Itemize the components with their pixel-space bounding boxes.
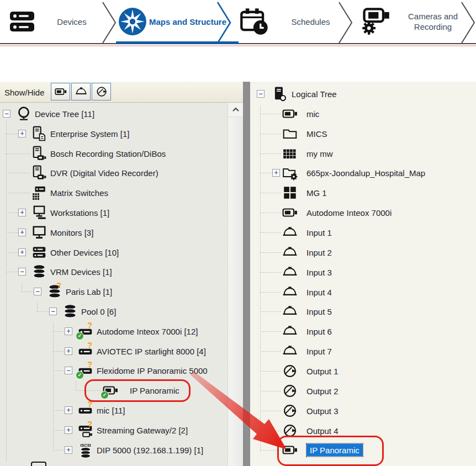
bvms-configuration-window: Devices Maps and Structure Schedules bbox=[0, 0, 476, 466]
tree-connector bbox=[6, 134, 18, 134]
recording-station-icon bbox=[31, 146, 47, 161]
tree-item-dip-5000-192-168-1-199-1[interactable]: +iSCSIDIP 5000 (192.168.1.199) [1] bbox=[0, 440, 228, 460]
tab-devices[interactable]: Devices bbox=[0, 0, 115, 44]
maps-structure-icon bbox=[118, 7, 147, 36]
tree-guide-line bbox=[76, 381, 76, 391]
tree-item-label: Output 2 bbox=[306, 386, 339, 395]
enterprise-system-icon bbox=[31, 126, 47, 141]
tree-item-mg-1[interactable]: MG 1 bbox=[250, 183, 476, 203]
tree-item-label: Autodome Inteox 7000i bbox=[306, 208, 392, 218]
tree-item-mics[interactable]: MICS bbox=[250, 124, 476, 144]
tree-connector bbox=[53, 351, 65, 352]
collapse-toggle[interactable]: − bbox=[65, 367, 72, 374]
expand-toggle[interactable]: + bbox=[18, 130, 26, 137]
collapse-toggle[interactable]: − bbox=[49, 308, 57, 315]
tree-connector bbox=[6, 193, 30, 193]
tree-item-input-7[interactable]: Input 7 bbox=[250, 341, 476, 361]
tab-devices-label: Devices bbox=[39, 8, 105, 36]
expand-toggle[interactable]: + bbox=[65, 426, 72, 434]
tree-item-autodome-inteox-7000i[interactable]: Autodome Inteox 7000i bbox=[250, 203, 476, 223]
tree-connector bbox=[260, 411, 281, 411]
tree-item-label: Input 2 bbox=[306, 247, 332, 257]
input-icon bbox=[282, 284, 298, 300]
pane-divider[interactable] bbox=[243, 82, 250, 466]
input-icon bbox=[282, 343, 298, 359]
iscsi-icon: iSCSI bbox=[78, 442, 93, 458]
expand-toggle[interactable]: + bbox=[65, 446, 72, 454]
tree-item-label: Flexidome IP Panoramic 5000 bbox=[97, 366, 208, 375]
tree-item-autodome-inteox-7000i-12[interactable]: +?✓Autodome Inteox 7000i [12] bbox=[0, 321, 228, 341]
scroll-up-button[interactable] bbox=[228, 103, 244, 117]
tree-item-paris-lab-1[interactable]: −?Paris Lab [1] bbox=[0, 282, 228, 301]
tree-item-label: Output 4 bbox=[306, 426, 339, 435]
tree-item-streaming-gateway-2-2[interactable]: +?Streaming Gateway/2 [2] bbox=[0, 420, 228, 440]
tree-guide-line bbox=[37, 303, 38, 313]
collapse-toggle[interactable]: − bbox=[257, 90, 265, 98]
tree-connector bbox=[260, 351, 281, 352]
tree-item-pool-0-6[interactable]: −Pool 0 [6] bbox=[0, 301, 228, 321]
tree-item-aviotec-ip-starlight-8000-4[interactable]: +?AVIOTEC IP starlight 8000 [4] bbox=[0, 341, 228, 361]
tree-connector bbox=[76, 390, 102, 391]
collapse-toggle[interactable]: − bbox=[3, 110, 10, 118]
tree-connector bbox=[260, 114, 281, 114]
tree-item-mic-11[interactable]: +?mic [11] bbox=[0, 400, 228, 420]
tree-connector bbox=[6, 213, 18, 213]
expand-toggle[interactable]: + bbox=[18, 248, 26, 256]
tree-guide-line bbox=[6, 121, 7, 463]
tree-item-input-3[interactable]: Input 3 bbox=[250, 262, 476, 282]
vertical-scrollbar[interactable] bbox=[228, 103, 243, 466]
collapse-toggle[interactable]: − bbox=[34, 288, 41, 295]
tree-item-ip-panoramic[interactable]: ✓IP Panoramic bbox=[0, 380, 228, 400]
collapse-toggle[interactable]: − bbox=[18, 268, 26, 276]
expand-toggle[interactable]: + bbox=[65, 327, 72, 335]
logical-tree-icon bbox=[272, 86, 287, 102]
tree-item-my-mw[interactable]: my mw bbox=[250, 144, 476, 163]
tree-item-label: DVR (Digital Video Recorder) bbox=[50, 168, 158, 178]
expand-toggle[interactable]: + bbox=[272, 169, 280, 177]
tree-item-label: my mw bbox=[306, 149, 333, 158]
tree-item-label: 665px-Joondalup_Hospital_Map bbox=[306, 168, 425, 178]
tree-item-logical-tree[interactable]: −Logical Tree bbox=[250, 84, 476, 104]
camera-icon bbox=[55, 86, 67, 98]
tree-item-workstations-1[interactable]: +Workstations [1] bbox=[0, 203, 228, 223]
expand-toggle[interactable]: + bbox=[65, 347, 72, 355]
tree-item-bosch-recording-station-dibos[interactable]: Bosch Recording Station/DiBos bbox=[0, 144, 228, 163]
tree-item-input-4[interactable]: Input 4 bbox=[250, 282, 476, 302]
tree-item-output-4[interactable]: Output 4 bbox=[250, 421, 476, 441]
tree-item-label: Input 7 bbox=[306, 347, 332, 356]
tab-cameras-and-recording[interactable]: Cameras and Recording bbox=[356, 0, 476, 44]
tree-item-665px-joondalup-hospital-map[interactable]: +665px-Joondalup_Hospital_Map bbox=[250, 163, 476, 183]
workstation-icon bbox=[31, 205, 47, 220]
tree-connector bbox=[6, 272, 18, 272]
tree-item-enterprise-system-1[interactable]: +Enterprise System [1] bbox=[0, 124, 228, 144]
tab-schedules-label: Schedules bbox=[276, 8, 345, 36]
show-hide-outputs-toggle[interactable] bbox=[92, 83, 111, 100]
logical-tree-panel: −Logical TreemicMICSmy mw+665px-Joondalu… bbox=[250, 82, 476, 466]
tree-item-input-5[interactable]: Input 5 bbox=[250, 301, 476, 321]
tree-item-output-3[interactable]: Output 3 bbox=[250, 401, 476, 421]
show-hide-cameras-toggle[interactable] bbox=[51, 83, 70, 100]
tree-item-other-devices-10[interactable]: +Other Devices [10] bbox=[0, 242, 228, 262]
tree-item-monitors-3[interactable]: +Monitors [3] bbox=[0, 223, 228, 242]
tree-item-dvr-digital-video-recorder[interactable]: DVR (Digital Video Recorder) bbox=[0, 163, 228, 183]
tree-item-mic[interactable]: mic bbox=[250, 104, 476, 124]
tree-item-device-tree-11[interactable]: −Device Tree [11] bbox=[0, 104, 228, 124]
tree-item-output-1[interactable]: Output 1 bbox=[250, 361, 476, 381]
expand-toggle[interactable]: + bbox=[18, 209, 26, 216]
show-hide-inputs-toggle[interactable] bbox=[71, 83, 91, 100]
tree-item-vrm-devices-1[interactable]: −VRM Devices [1] bbox=[0, 262, 228, 282]
expand-toggle[interactable]: + bbox=[65, 406, 72, 414]
tree-guide-line bbox=[53, 322, 54, 451]
tree-connector bbox=[6, 252, 18, 253]
expand-toggle[interactable]: + bbox=[18, 229, 26, 236]
question-badge: ? bbox=[87, 340, 92, 350]
tree-item-input-6[interactable]: Input 6 bbox=[250, 321, 476, 341]
tree-item-input-2[interactable]: Input 2 bbox=[250, 242, 476, 262]
tree-item-ip-panoramic[interactable]: IP Panoramic bbox=[250, 440, 476, 460]
tree-item-matrix-switches[interactable]: Matrix Switches bbox=[0, 183, 228, 203]
database-icon bbox=[62, 304, 78, 319]
device-tree-panel: −Device Tree [11]+Enterprise System [1]B… bbox=[0, 103, 228, 466]
tree-item-output-2[interactable]: Output 2 bbox=[250, 381, 476, 401]
tree-item-flexidome-ip-panoramic-5000[interactable]: −?✓Flexidome IP Panoramic 5000 bbox=[0, 361, 228, 380]
tree-item-input-1[interactable]: Input 1 bbox=[250, 223, 476, 242]
